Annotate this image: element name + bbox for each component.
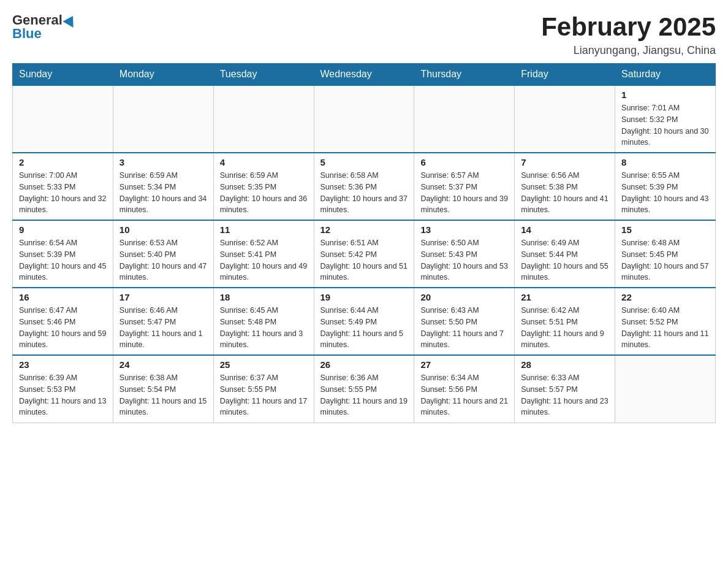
day-info: Sunrise: 6:50 AMSunset: 5:43 PMDaylight:… [420,237,508,283]
day-info: Sunrise: 6:40 AMSunset: 5:52 PMDaylight:… [621,305,709,351]
day-info: Sunrise: 6:53 AMSunset: 5:40 PMDaylight:… [119,237,207,283]
day-number: 26 [320,359,408,370]
day-number: 14 [521,224,609,235]
table-row: 4Sunrise: 6:59 AMSunset: 5:35 PMDaylight… [213,153,314,220]
table-row: 14Sunrise: 6:49 AMSunset: 5:44 PMDayligh… [515,220,615,288]
table-row: 5Sunrise: 6:58 AMSunset: 5:36 PMDaylight… [314,153,414,220]
day-info: Sunrise: 6:59 AMSunset: 5:34 PMDaylight:… [119,170,207,216]
table-row: 22Sunrise: 6:40 AMSunset: 5:52 PMDayligh… [615,288,716,355]
header-thursday: Thursday [414,64,515,86]
day-info: Sunrise: 6:55 AMSunset: 5:39 PMDaylight:… [621,170,709,216]
day-number: 24 [119,359,207,370]
table-row: 23Sunrise: 6:39 AMSunset: 5:53 PMDayligh… [13,355,113,423]
logo-arrow-icon [63,13,78,28]
table-row: 20Sunrise: 6:43 AMSunset: 5:50 PMDayligh… [414,288,515,355]
header-monday: Monday [113,64,213,86]
day-number: 1 [621,90,709,100]
table-row: 27Sunrise: 6:34 AMSunset: 5:56 PMDayligh… [414,355,515,423]
day-info: Sunrise: 6:51 AMSunset: 5:42 PMDaylight:… [320,237,408,283]
day-info: Sunrise: 6:49 AMSunset: 5:44 PMDaylight:… [521,237,609,283]
day-info: Sunrise: 6:56 AMSunset: 5:38 PMDaylight:… [521,170,609,216]
day-info: Sunrise: 6:36 AMSunset: 5:55 PMDaylight:… [320,372,408,418]
day-number: 20 [420,292,508,302]
table-row: 12Sunrise: 6:51 AMSunset: 5:42 PMDayligh… [314,220,414,288]
table-row: 17Sunrise: 6:46 AMSunset: 5:47 PMDayligh… [113,288,213,355]
day-number: 13 [420,224,508,235]
day-info: Sunrise: 6:33 AMSunset: 5:57 PMDaylight:… [521,372,609,418]
day-info: Sunrise: 7:00 AMSunset: 5:33 PMDaylight:… [19,170,107,216]
table-row: 18Sunrise: 6:45 AMSunset: 5:48 PMDayligh… [213,288,314,355]
day-info: Sunrise: 6:57 AMSunset: 5:37 PMDaylight:… [420,170,508,216]
week-row-2: 2Sunrise: 7:00 AMSunset: 5:33 PMDaylight… [13,153,716,220]
day-info: Sunrise: 6:48 AMSunset: 5:45 PMDaylight:… [621,237,709,283]
day-number: 27 [420,359,508,370]
day-info: Sunrise: 6:47 AMSunset: 5:46 PMDaylight:… [19,305,107,351]
day-number: 6 [420,157,508,167]
table-row [13,85,113,153]
logo: General Blue [12,12,77,42]
header-sunday: Sunday [13,64,113,86]
table-row [113,85,213,153]
table-row: 15Sunrise: 6:48 AMSunset: 5:45 PMDayligh… [615,220,716,288]
calendar-header-row: Sunday Monday Tuesday Wednesday Thursday… [13,64,716,86]
day-number: 23 [19,359,107,370]
table-row: 16Sunrise: 6:47 AMSunset: 5:46 PMDayligh… [13,288,113,355]
day-info: Sunrise: 6:34 AMSunset: 5:56 PMDaylight:… [420,372,508,418]
table-row [213,85,314,153]
day-number: 5 [320,157,408,167]
day-info: Sunrise: 6:39 AMSunset: 5:53 PMDaylight:… [19,372,107,418]
table-row: 24Sunrise: 6:38 AMSunset: 5:54 PMDayligh… [113,355,213,423]
calendar-title: February 2025 [541,12,716,42]
table-row: 10Sunrise: 6:53 AMSunset: 5:40 PMDayligh… [113,220,213,288]
day-info: Sunrise: 6:52 AMSunset: 5:41 PMDaylight:… [220,237,308,283]
table-row: 1Sunrise: 7:01 AMSunset: 5:32 PMDaylight… [615,85,716,153]
day-info: Sunrise: 6:58 AMSunset: 5:36 PMDaylight:… [320,170,408,216]
day-number: 21 [521,292,609,302]
day-info: Sunrise: 6:38 AMSunset: 5:54 PMDaylight:… [119,372,207,418]
header-saturday: Saturday [615,64,716,86]
table-row: 28Sunrise: 6:33 AMSunset: 5:57 PMDayligh… [515,355,615,423]
day-number: 12 [320,224,408,235]
week-row-3: 9Sunrise: 6:54 AMSunset: 5:39 PMDaylight… [13,220,716,288]
table-row: 9Sunrise: 6:54 AMSunset: 5:39 PMDaylight… [13,220,113,288]
day-info: Sunrise: 6:42 AMSunset: 5:51 PMDaylight:… [521,305,609,351]
day-number: 16 [19,292,107,302]
calendar-table: Sunday Monday Tuesday Wednesday Thursday… [12,63,716,423]
day-number: 4 [220,157,308,167]
day-number: 11 [220,224,308,235]
day-number: 15 [621,224,709,235]
day-number: 17 [119,292,207,302]
header-tuesday: Tuesday [213,64,314,86]
table-row: 19Sunrise: 6:44 AMSunset: 5:49 PMDayligh… [314,288,414,355]
day-number: 2 [19,157,107,167]
day-info: Sunrise: 6:45 AMSunset: 5:48 PMDaylight:… [220,305,308,351]
day-info: Sunrise: 6:44 AMSunset: 5:49 PMDaylight:… [320,305,408,351]
table-row [615,355,716,423]
day-info: Sunrise: 7:01 AMSunset: 5:32 PMDaylight:… [621,102,709,148]
header-wednesday: Wednesday [314,64,414,86]
day-info: Sunrise: 6:46 AMSunset: 5:47 PMDaylight:… [119,305,207,351]
day-number: 8 [621,157,709,167]
day-number: 22 [621,292,709,302]
week-row-4: 16Sunrise: 6:47 AMSunset: 5:46 PMDayligh… [13,288,716,355]
table-row: 11Sunrise: 6:52 AMSunset: 5:41 PMDayligh… [213,220,314,288]
day-number: 7 [521,157,609,167]
day-number: 19 [320,292,408,302]
day-number: 28 [521,359,609,370]
table-row: 25Sunrise: 6:37 AMSunset: 5:55 PMDayligh… [213,355,314,423]
table-row: 2Sunrise: 7:00 AMSunset: 5:33 PMDaylight… [13,153,113,220]
table-row: 7Sunrise: 6:56 AMSunset: 5:38 PMDaylight… [515,153,615,220]
day-number: 9 [19,224,107,235]
table-row: 21Sunrise: 6:42 AMSunset: 5:51 PMDayligh… [515,288,615,355]
day-number: 18 [220,292,308,302]
day-number: 10 [119,224,207,235]
week-row-5: 23Sunrise: 6:39 AMSunset: 5:53 PMDayligh… [13,355,716,423]
table-row [515,85,615,153]
day-info: Sunrise: 6:54 AMSunset: 5:39 PMDaylight:… [19,237,107,283]
table-row [314,85,414,153]
day-info: Sunrise: 6:43 AMSunset: 5:50 PMDaylight:… [420,305,508,351]
day-info: Sunrise: 6:37 AMSunset: 5:55 PMDaylight:… [220,372,308,418]
page-header: General Blue February 2025 Lianyungang, … [12,12,716,57]
calendar-subtitle: Lianyungang, Jiangsu, China [541,44,716,57]
table-row: 26Sunrise: 6:36 AMSunset: 5:55 PMDayligh… [314,355,414,423]
